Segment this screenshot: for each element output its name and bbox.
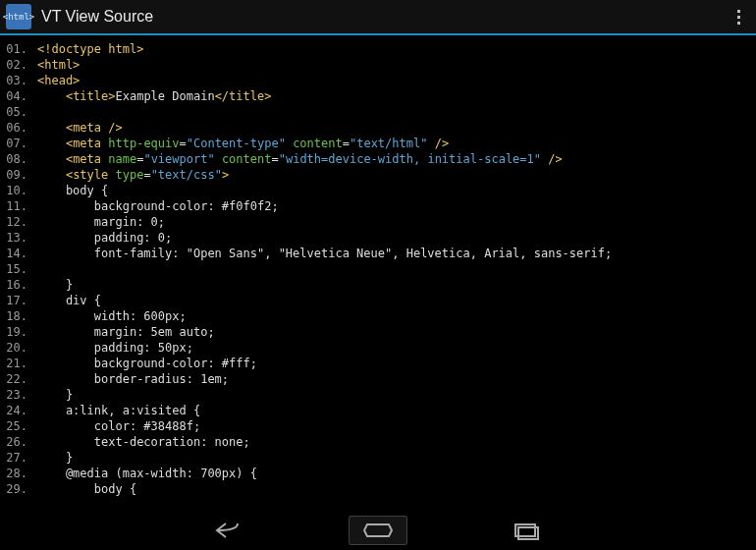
line-content: margin: 5em auto; — [37, 324, 756, 340]
recent-apps-icon — [509, 521, 542, 540]
line-content: <style type="text/css"> — [37, 167, 756, 183]
line-number: 11. — [0, 198, 37, 214]
code-line: 12. margin: 0; — [0, 214, 756, 230]
dot-icon — [737, 22, 740, 25]
line-number: 17. — [0, 293, 37, 308]
line-content: <meta /> — [37, 120, 756, 136]
app-bar: <html> VT View Source — [0, 0, 756, 35]
line-number: 15. — [0, 261, 37, 277]
code-line: 28. @media (max-width: 700px) { — [0, 466, 756, 481]
line-content: padding: 0; — [37, 230, 756, 246]
app-logo-text: <html> — [3, 12, 35, 22]
line-content: margin: 0; — [37, 214, 756, 230]
line-number: 22. — [0, 371, 37, 387]
line-content: } — [37, 277, 756, 293]
code-line: 04. <title>Example Domain</title> — [0, 88, 756, 104]
code-line: 05. — [0, 104, 756, 120]
line-content: <meta http-equiv="Content-type" content=… — [37, 136, 756, 151]
dot-icon — [737, 10, 740, 13]
code-line: 25. color: #38488f; — [0, 418, 756, 434]
line-number: 23. — [0, 387, 37, 403]
code-line: 23. } — [0, 387, 756, 403]
line-content: <!doctype html> — [37, 41, 756, 57]
line-content: div { — [37, 293, 756, 308]
code-line: 15. — [0, 261, 756, 277]
app-logo: <html> — [6, 4, 31, 29]
line-content: color: #38488f; — [37, 418, 756, 434]
code-line: 01.<!doctype html> — [0, 41, 756, 57]
back-button[interactable] — [201, 516, 260, 545]
line-number: 19. — [0, 324, 37, 340]
code-line: 24. a:link, a:visited { — [0, 403, 756, 418]
line-content: text-decoration: none; — [37, 434, 756, 450]
line-content — [37, 104, 756, 120]
code-line: 26. text-decoration: none; — [0, 434, 756, 450]
code-line: 11. background-color: #f0f0f2; — [0, 198, 756, 214]
code-line: 13. padding: 0; — [0, 230, 756, 246]
source-code-view[interactable]: 01.<!doctype html>02.<html>03.<head>04. … — [0, 35, 756, 511]
back-icon — [214, 521, 247, 540]
line-content: font-family: "Open Sans", "Helvetica Neu… — [37, 246, 756, 261]
line-number: 29. — [0, 481, 37, 497]
code-line: 10. body { — [0, 183, 756, 198]
line-number: 08. — [0, 151, 37, 167]
line-content: <title>Example Domain</title> — [37, 88, 756, 104]
line-number: 21. — [0, 356, 37, 371]
code-line: 02.<html> — [0, 57, 756, 73]
code-line: 03.<head> — [0, 73, 756, 88]
line-number: 20. — [0, 340, 37, 356]
line-content — [37, 261, 756, 277]
line-content: <meta name="viewport" content="width=dev… — [37, 151, 756, 167]
code-line: 06. <meta /> — [0, 120, 756, 136]
line-number: 13. — [0, 230, 37, 246]
line-number: 25. — [0, 418, 37, 434]
system-nav-bar — [0, 511, 756, 550]
line-number: 24. — [0, 403, 37, 418]
code-line: 07. <meta http-equiv="Content-type" cont… — [0, 136, 756, 151]
code-line: 09. <style type="text/css"> — [0, 167, 756, 183]
line-number: 12. — [0, 214, 37, 230]
line-content: <head> — [37, 73, 756, 88]
code-line: 14. font-family: "Open Sans", "Helvetica… — [0, 246, 756, 261]
line-content: width: 600px; — [37, 308, 756, 324]
dot-icon — [737, 16, 740, 19]
line-content: background-color: #fff; — [37, 356, 756, 371]
line-number: 03. — [0, 73, 37, 88]
line-number: 01. — [0, 41, 37, 57]
line-content: body { — [37, 183, 756, 198]
home-icon — [361, 521, 395, 540]
line-content: padding: 50px; — [37, 340, 756, 356]
line-content: @media (max-width: 700px) { — [37, 466, 756, 481]
line-content: background-color: #f0f0f2; — [37, 198, 756, 214]
code-line: 27. } — [0, 450, 756, 466]
line-number: 06. — [0, 120, 37, 136]
app-window: <html> VT View Source 01.<!doctype html>… — [0, 0, 756, 550]
code-line: 16. } — [0, 277, 756, 293]
code-line: 18. width: 600px; — [0, 308, 756, 324]
app-title: VT View Source — [41, 8, 727, 26]
code-line: 29. body { — [0, 481, 756, 497]
line-number: 05. — [0, 104, 37, 120]
code-line: 22. border-radius: 1em; — [0, 371, 756, 387]
home-button[interactable] — [349, 516, 407, 545]
line-number: 16. — [0, 277, 37, 293]
line-content: } — [37, 387, 756, 403]
line-number: 18. — [0, 308, 37, 324]
line-number: 09. — [0, 167, 37, 183]
line-content: <html> — [37, 57, 756, 73]
overflow-menu-button[interactable] — [727, 5, 750, 28]
line-content: a:link, a:visited { — [37, 403, 756, 418]
line-number: 02. — [0, 57, 37, 73]
line-number: 04. — [0, 88, 37, 104]
code-line: 08. <meta name="viewport" content="width… — [0, 151, 756, 167]
line-content: } — [37, 450, 756, 466]
code-line: 21. background-color: #fff; — [0, 356, 756, 371]
code-line: 19. margin: 5em auto; — [0, 324, 756, 340]
line-number: 26. — [0, 434, 37, 450]
line-number: 28. — [0, 466, 37, 481]
line-content: body { — [37, 481, 756, 497]
recent-apps-button[interactable] — [496, 516, 555, 545]
code-line: 17. div { — [0, 293, 756, 308]
code-line: 20. padding: 50px; — [0, 340, 756, 356]
line-number: 27. — [0, 450, 37, 466]
